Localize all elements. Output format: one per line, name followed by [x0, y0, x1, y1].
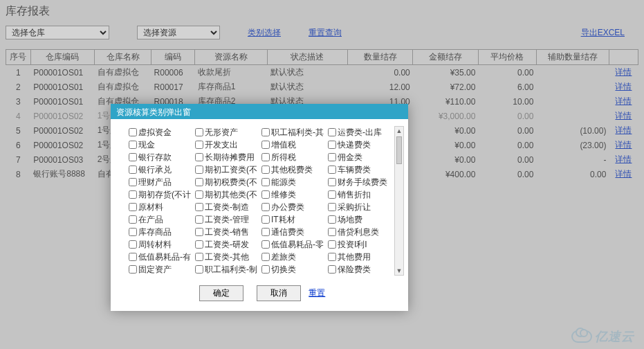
category-checkbox[interactable]: [261, 265, 270, 274]
category-checkbox[interactable]: [328, 265, 336, 274]
category-option[interactable]: 虚拟资金: [129, 126, 192, 138]
category-checkbox[interactable]: [328, 128, 336, 136]
category-option[interactable]: 职工福利类-制: [195, 263, 259, 276]
category-option[interactable]: 工资类-制造: [195, 201, 259, 213]
category-option[interactable]: 通信费类: [261, 226, 325, 238]
ok-button[interactable]: 确定: [199, 285, 243, 301]
modal-reset-link[interactable]: 重置: [309, 288, 325, 298]
category-checkbox[interactable]: [129, 240, 137, 249]
category-checkbox[interactable]: [328, 190, 336, 199]
category-option[interactable]: 开发支出: [195, 138, 259, 151]
category-checkbox[interactable]: [195, 178, 203, 186]
category-checkbox[interactable]: [328, 178, 336, 186]
category-option[interactable]: 工资类-研发: [195, 238, 259, 251]
category-checkbox[interactable]: [328, 240, 336, 249]
category-checkbox[interactable]: [129, 190, 137, 199]
category-option[interactable]: 现金: [129, 138, 192, 151]
scrollbar-thumb[interactable]: [396, 136, 402, 164]
category-checkbox[interactable]: [328, 153, 336, 161]
category-option[interactable]: IT耗材: [261, 213, 325, 226]
category-option[interactable]: 期初存货(不计: [129, 188, 192, 201]
category-option[interactable]: 低值易耗品-有: [129, 251, 192, 263]
category-option[interactable]: 原材料: [129, 201, 192, 213]
category-option[interactable]: 其他税费类: [261, 163, 325, 176]
category-option[interactable]: 在产品: [129, 213, 192, 226]
category-option[interactable]: 佣金类: [328, 151, 392, 163]
category-option[interactable]: 所得税: [261, 151, 325, 163]
category-option[interactable]: 银行存款: [129, 151, 192, 163]
category-option[interactable]: 周转材料: [129, 238, 192, 251]
category-checkbox[interactable]: [261, 203, 270, 211]
category-option[interactable]: 职工福利类-其: [261, 126, 325, 138]
category-option[interactable]: 增值税: [261, 138, 325, 151]
category-checkbox[interactable]: [328, 165, 336, 174]
category-option[interactable]: 快递费类: [328, 138, 392, 151]
category-checkbox[interactable]: [129, 178, 137, 186]
category-option[interactable]: 期初工资类(不: [195, 163, 259, 176]
category-checkbox[interactable]: [195, 228, 203, 236]
category-checkbox[interactable]: [195, 190, 203, 199]
category-option[interactable]: 银行承兑: [129, 163, 192, 176]
category-checkbox[interactable]: [261, 215, 270, 224]
category-checkbox[interactable]: [261, 253, 270, 261]
category-checkbox[interactable]: [261, 153, 270, 161]
category-option[interactable]: 借贷利息类: [328, 226, 392, 238]
category-checkbox[interactable]: [261, 190, 270, 199]
category-checkbox[interactable]: [129, 203, 137, 211]
category-checkbox[interactable]: [328, 253, 336, 261]
modal-scrollbar[interactable]: [394, 126, 404, 276]
category-checkbox[interactable]: [328, 228, 336, 236]
category-checkbox[interactable]: [195, 203, 203, 211]
category-checkbox[interactable]: [261, 240, 270, 249]
category-checkbox[interactable]: [195, 240, 203, 249]
category-checkbox[interactable]: [195, 253, 203, 261]
category-option[interactable]: 保险费类: [328, 263, 392, 276]
category-option[interactable]: 差旅类: [261, 251, 325, 263]
category-checkbox[interactable]: [195, 153, 203, 161]
category-option[interactable]: 销售折扣: [328, 188, 392, 201]
category-option[interactable]: 切换类: [261, 263, 325, 276]
category-option[interactable]: 工资类-其他: [195, 251, 259, 263]
category-checkbox[interactable]: [129, 153, 137, 161]
category-option[interactable]: 财务手续费类: [328, 176, 392, 188]
category-checkbox[interactable]: [129, 253, 137, 261]
category-checkbox[interactable]: [129, 128, 137, 136]
category-checkbox[interactable]: [261, 228, 270, 236]
category-checkbox[interactable]: [129, 215, 137, 224]
category-option[interactable]: 低值易耗品-零: [261, 238, 325, 251]
category-option[interactable]: 工资类-管理: [195, 213, 259, 226]
category-checkbox[interactable]: [328, 141, 336, 149]
category-checkbox[interactable]: [195, 165, 203, 174]
category-checkbox[interactable]: [261, 178, 270, 186]
category-option[interactable]: 投资I利I: [328, 238, 392, 251]
category-option[interactable]: 运费类-出库: [328, 126, 392, 138]
category-option[interactable]: 其他费用: [328, 251, 392, 263]
category-checkbox[interactable]: [129, 165, 137, 174]
category-checkbox[interactable]: [129, 228, 137, 236]
category-checkbox[interactable]: [261, 128, 270, 136]
category-checkbox[interactable]: [129, 141, 137, 149]
category-option[interactable]: 办公费类: [261, 201, 325, 213]
category-checkbox[interactable]: [261, 165, 270, 174]
category-checkbox[interactable]: [195, 215, 203, 224]
category-option[interactable]: 场地费: [328, 213, 392, 226]
category-option[interactable]: 长期待摊费用: [195, 151, 259, 163]
category-option[interactable]: 期初其他类(不: [195, 188, 259, 201]
category-option[interactable]: 固定资产: [129, 263, 192, 276]
category-option[interactable]: 维修类: [261, 188, 325, 201]
category-checkbox[interactable]: [261, 141, 270, 149]
category-checkbox[interactable]: [195, 141, 203, 149]
category-option[interactable]: 期初税费类(不: [195, 176, 259, 188]
category-checkbox[interactable]: [195, 128, 203, 136]
category-checkbox[interactable]: [328, 215, 336, 224]
category-option[interactable]: 工资类-销售: [195, 226, 259, 238]
category-option[interactable]: 采购折让: [328, 201, 392, 213]
category-checkbox[interactable]: [195, 265, 203, 274]
category-option[interactable]: 能源类: [261, 176, 325, 188]
category-checkbox[interactable]: [129, 265, 137, 274]
cancel-button[interactable]: 取消: [257, 285, 301, 301]
category-option[interactable]: 库存商品: [129, 226, 192, 238]
category-option[interactable]: 无形资产: [195, 126, 259, 138]
category-option[interactable]: 理财产品: [129, 176, 192, 188]
category-checkbox[interactable]: [328, 203, 336, 211]
